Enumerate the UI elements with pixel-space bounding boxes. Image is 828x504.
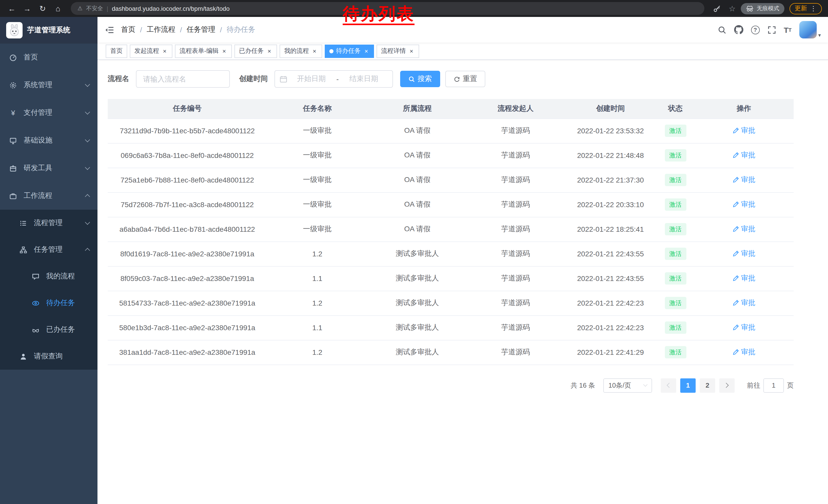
close-icon[interactable]: × — [363, 48, 369, 54]
security-label[interactable]: 不安全 — [86, 5, 103, 12]
approve-link[interactable]: 审批 — [732, 126, 755, 135]
page-button-2[interactable]: 2 — [700, 378, 715, 393]
process-name-input[interactable] — [136, 70, 230, 88]
pagination-total: 共 16 条 — [571, 381, 595, 390]
tab-start-process[interactable]: 发起流程 × — [130, 44, 172, 58]
table-row: 381aa1dd-7ac8-11ec-a9e2-a2380e71991a 1.2… — [108, 340, 794, 365]
search-icon[interactable] — [717, 26, 726, 34]
start-date-placeholder: 开始日期 — [287, 74, 335, 84]
close-icon[interactable]: × — [312, 48, 318, 54]
breadcrumb-workflow[interactable]: 工作流程 — [147, 25, 175, 34]
breadcrumb-task-mgmt[interactable]: 任务管理 — [187, 25, 215, 34]
close-icon[interactable]: × — [221, 48, 227, 54]
browser-forward-button[interactable]: → — [20, 2, 34, 15]
approve-link[interactable]: 审批 — [732, 348, 755, 357]
sidebar-item-workflow[interactable]: 工作流程 — [0, 182, 97, 210]
table-row: a6aba0a4-7b6d-11ec-b781-acde48001122 一级审… — [108, 217, 794, 241]
breadcrumb-home[interactable]: 首页 — [121, 25, 135, 34]
prev-page-button[interactable] — [661, 378, 676, 393]
close-icon[interactable]: × — [162, 48, 168, 54]
close-icon[interactable]: × — [266, 48, 273, 54]
chat-icon — [32, 273, 40, 280]
chevron-up-icon — [85, 194, 90, 199]
content-area: 首页 / 工作流程 / 任务管理 / 待办任务 — [97, 17, 828, 504]
approve-link[interactable]: 审批 — [732, 151, 755, 160]
approve-link[interactable]: 审批 — [732, 225, 755, 234]
status-badge: 激活 — [665, 149, 686, 162]
app-logo-row[interactable]: 芋道管理系统 — [0, 17, 97, 44]
process-name-label: 流程名 — [108, 74, 129, 84]
address-divider: | — [107, 5, 108, 12]
password-key-icon[interactable] — [710, 2, 723, 15]
approve-link[interactable]: 审批 — [732, 323, 755, 332]
sidebar-fold-button[interactable] — [105, 26, 114, 34]
bookmark-star-icon[interactable]: ☆ — [729, 4, 736, 13]
sidebar-item-process-mgmt[interactable]: 流程管理 — [0, 210, 97, 236]
tab-home[interactable]: 首页 — [106, 44, 127, 58]
approve-link[interactable]: 审批 — [732, 249, 755, 259]
app-shell: 芋道管理系统 首页 系统管理 ¥ — [0, 17, 828, 504]
top-navbar: 首页 / 工作流程 / 任务管理 / 待办任务 — [97, 17, 828, 43]
tab-form-edit[interactable]: 流程表单-编辑 × — [175, 44, 232, 58]
active-tab-dot — [329, 49, 333, 53]
incognito-icon — [746, 5, 754, 12]
dashboard-icon — [9, 54, 17, 61]
edit-icon — [732, 177, 739, 183]
tab-my-process[interactable]: 我的流程 × — [280, 44, 322, 58]
github-icon[interactable] — [734, 25, 743, 34]
todo-task-table: 任务编号 任务名称 所属流程 流程发起人 创建时间 状态 操作 73211d9d… — [108, 99, 794, 365]
sidebar-item-payment[interactable]: ¥ 支付管理 — [0, 99, 97, 127]
page-size-select[interactable]: 10条/页 — [603, 378, 652, 393]
help-icon[interactable]: ? — [751, 26, 759, 34]
status-badge: 激活 — [665, 272, 686, 284]
sidebar-item-infra[interactable]: 基础设施 — [0, 127, 97, 154]
workflow-submenu: 流程管理 任务管理 — [0, 210, 97, 370]
status-badge: 激活 — [665, 346, 686, 358]
caret-down-icon: ▾ — [818, 33, 821, 38]
calendar-icon — [280, 75, 287, 83]
page-url[interactable]: dashboard.yudao.iocoder.cn/bpm/task/todo — [112, 5, 230, 12]
sidebar-item-done-tasks[interactable]: 已办任务 — [0, 316, 97, 343]
sidebar-item-devtools[interactable]: 研发工具 — [0, 154, 97, 182]
sidebar-item-task-mgmt[interactable]: 任务管理 — [0, 236, 97, 263]
search-icon — [408, 76, 415, 82]
search-button[interactable]: 搜索 — [400, 71, 440, 87]
approve-link[interactable]: 审批 — [732, 200, 755, 209]
briefcase-icon — [9, 192, 17, 200]
chevron-left-icon — [667, 383, 672, 388]
goto-page: 前往 页 — [747, 378, 794, 393]
date-range-picker[interactable]: 开始日期 - 结束日期 — [275, 70, 393, 88]
user-menu[interactable]: ▾ — [799, 21, 821, 39]
sidebar-item-my-process[interactable]: 我的流程 — [0, 263, 97, 290]
browser-update-menu-button[interactable]: 更新 ⋮ — [790, 3, 822, 14]
avatar[interactable] — [799, 21, 817, 39]
tab-process-detail[interactable]: 流程详情 × — [377, 44, 419, 58]
reset-button[interactable]: 重置 — [445, 71, 485, 87]
browser-reload-button[interactable]: ↻ — [36, 2, 49, 15]
browser-back-button[interactable]: ← — [5, 2, 18, 15]
goto-unit: 页 — [787, 381, 794, 390]
font-size-icon[interactable]: TT — [784, 26, 792, 34]
chevron-down-icon — [85, 109, 90, 114]
approve-link[interactable]: 审批 — [732, 299, 755, 308]
goto-page-input[interactable] — [763, 378, 784, 393]
sidebar-item-leave-query[interactable]: 请假查询 — [0, 343, 97, 370]
status-badge: 激活 — [665, 198, 686, 211]
sidebar-item-todo-tasks[interactable]: 待办任务 — [0, 290, 97, 316]
fullscreen-icon[interactable] — [767, 26, 776, 34]
tab-done-tasks[interactable]: 已办任务 × — [235, 44, 277, 58]
browser-home-button[interactable]: ⌂ — [51, 2, 65, 15]
approve-link[interactable]: 审批 — [732, 274, 755, 283]
page-button-1[interactable]: 1 — [680, 378, 696, 393]
yen-icon: ¥ — [9, 109, 17, 117]
incognito-badge: 无痕模式 — [741, 3, 784, 14]
approve-link[interactable]: 审批 — [732, 175, 755, 185]
chevron-down-icon — [85, 165, 90, 170]
next-page-button[interactable] — [719, 378, 735, 393]
chrome-actions: ☆ 无痕模式 更新 ⋮ — [710, 2, 823, 15]
tab-todo-tasks[interactable]: 待办任务 × — [325, 44, 374, 58]
sidebar-item-home[interactable]: 首页 — [0, 44, 97, 71]
status-badge: 激活 — [665, 125, 686, 137]
close-icon[interactable]: × — [408, 48, 415, 54]
sidebar-item-system[interactable]: 系统管理 — [0, 71, 97, 99]
